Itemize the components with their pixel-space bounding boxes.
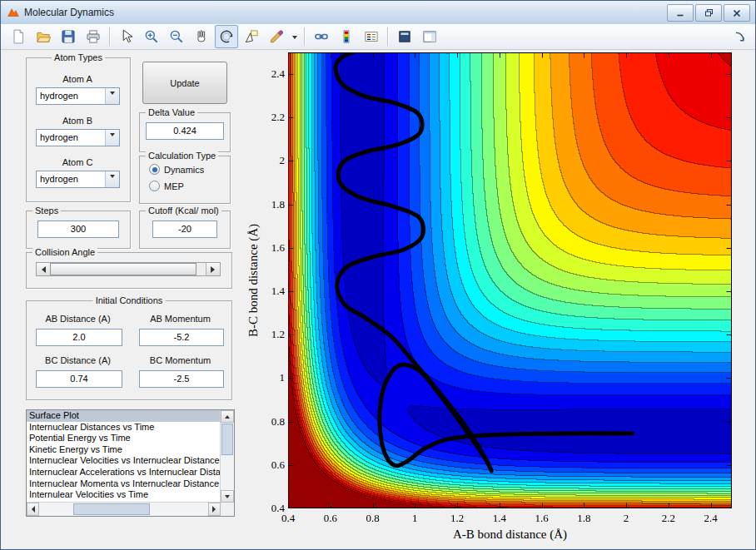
radio-mep-circle[interactable]: [149, 181, 160, 191]
open-file-icon[interactable]: [32, 25, 55, 48]
link-plot-icon[interactable]: [310, 25, 333, 48]
atom-a-label: Atom A: [26, 74, 129, 84]
y-tick-label: 1: [250, 371, 285, 384]
plot-type-listbox[interactable]: Surface PlotInternuclear Distances vs Ti…: [26, 409, 235, 517]
steps-title: Steps: [32, 206, 61, 216]
rotate-3d-icon[interactable]: [215, 25, 238, 48]
potential-energy-surface-plot[interactable]: [288, 52, 732, 508]
x-tick-label: 2.2: [650, 512, 687, 525]
dock-figure-icon[interactable]: [729, 26, 752, 49]
list-item[interactable]: Surface Plot: [27, 410, 221, 422]
list-item[interactable]: Internulear Velocities vs Time: [27, 489, 221, 501]
ab-momentum-input[interactable]: -5.2: [139, 329, 224, 346]
x-tick-label: 0.8: [355, 512, 391, 525]
x-tick-label: 1.8: [565, 512, 602, 525]
atom-types-title: Atom Types: [52, 52, 105, 63]
initial-conditions-title: Initial Conditions: [93, 295, 166, 306]
list-item[interactable]: Internuclear Velocities vs Internuclear …: [27, 455, 221, 467]
atom-b-label: Atom B: [26, 116, 129, 126]
bc-distance-label: BC Distance (A): [26, 355, 130, 365]
atom-c-label: Atom C: [26, 157, 129, 167]
ab-distance-input[interactable]: 2.0: [36, 329, 122, 346]
close-button[interactable]: [724, 4, 750, 22]
ab-momentum-label: AB Momentum: [130, 314, 231, 324]
insert-legend-icon[interactable]: [360, 25, 383, 48]
restore-button[interactable]: [695, 4, 722, 22]
y-tick-label: 1.4: [250, 285, 285, 298]
x-tick-label: 0.6: [312, 512, 349, 525]
brush-data-dropdown-caret[interactable]: [289, 25, 301, 48]
y-tick-label: 0.8: [250, 415, 285, 429]
y-tick-label: 1.8: [250, 198, 285, 211]
minimize-button[interactable]: [667, 4, 694, 22]
vertical-scroll-thumb[interactable]: [221, 424, 233, 455]
y-tick-label: 2.4: [250, 67, 285, 81]
hide-plot-tools-icon[interactable]: [393, 25, 416, 48]
scroll-left-button[interactable]: [27, 503, 39, 516]
x-tick-label: 1.4: [481, 512, 518, 525]
bc-distance-input[interactable]: 0.74: [36, 370, 122, 388]
scroll-up-button[interactable]: [221, 410, 234, 423]
toolbar-separator: [387, 27, 389, 46]
update-button[interactable]: Update: [142, 62, 227, 104]
listbox-vertical-scrollbar[interactable]: [220, 410, 234, 503]
radio-dynamics[interactable]: Dynamics: [149, 164, 204, 175]
atom-c-dropdown-button[interactable]: [105, 171, 119, 187]
delta-value-input[interactable]: 0.424: [146, 122, 224, 140]
list-item[interactable]: Internuclear Accelerations vs Internucle…: [27, 467, 221, 478]
ab-distance-label: AB Distance (A): [26, 314, 130, 324]
list-item[interactable]: Potential Energy vs Time: [27, 433, 221, 444]
calculation-type-panel: Calculation Type: [139, 156, 231, 204]
horizontal-scroll-thumb[interactable]: [73, 503, 150, 515]
figure-toolbar: [1, 24, 755, 50]
cutoff-title: Cutoff (Kcal/ mol): [146, 206, 221, 216]
data-cursor-icon[interactable]: [240, 25, 263, 48]
delta-value-title: Delta Value: [146, 107, 197, 118]
zoom-in-icon[interactable]: [140, 25, 163, 48]
x-tick-label: 1.2: [439, 512, 475, 525]
save-figure-icon[interactable]: [57, 25, 80, 48]
x-tick-label: 2.4: [693, 512, 729, 525]
print-figure-icon[interactable]: [82, 25, 105, 48]
scrollbar-corner: [221, 503, 234, 516]
scroll-down-button[interactable]: [221, 490, 234, 503]
atom-a-dropdown-button[interactable]: [105, 88, 119, 104]
restore-icon: [704, 8, 714, 17]
y-tick-label: 1.6: [250, 241, 285, 255]
atom-b-value: hydrogen: [40, 130, 78, 146]
y-tick-label: 0.4: [250, 502, 285, 515]
list-item[interactable]: Internuclear Momenta vs Internuclear Dis…: [27, 478, 221, 490]
brush-data-icon[interactable]: [265, 25, 288, 48]
y-tick-label: 0.6: [250, 458, 285, 472]
list-item[interactable]: Kinetic Energy vs Time: [27, 444, 221, 456]
collision-angle-slider[interactable]: [36, 262, 221, 276]
atom-b-select[interactable]: hydrogen: [36, 129, 120, 146]
list-item[interactable]: Internuclear Distances vs Time: [27, 422, 221, 434]
show-plot-tools-icon[interactable]: [418, 25, 441, 48]
y-tick-label: 2.2: [250, 111, 285, 124]
radio-mep[interactable]: MEP: [149, 181, 184, 191]
zoom-out-icon[interactable]: [165, 25, 188, 48]
toolbar-separator: [109, 27, 111, 46]
edit-plot-arrow-icon[interactable]: [115, 25, 138, 48]
scroll-right-button[interactable]: [208, 503, 221, 516]
atom-c-select[interactable]: hydrogen: [36, 171, 120, 188]
slider-thumb[interactable]: [50, 263, 196, 275]
collision-angle-title: Collision Angle: [32, 247, 97, 258]
title-bar[interactable]: Molecular Dynamics: [1, 1, 755, 25]
toolbar-separator: [304, 27, 306, 46]
pan-hand-icon[interactable]: [190, 25, 213, 48]
atom-a-select[interactable]: hydrogen: [36, 87, 120, 105]
slider-right-arrow[interactable]: [206, 263, 220, 275]
listbox-horizontal-scrollbar[interactable]: [27, 502, 221, 516]
steps-input[interactable]: 300: [37, 220, 119, 238]
calculation-type-title: Calculation Type: [146, 151, 218, 161]
radio-dynamics-circle[interactable]: [149, 164, 160, 175]
bc-momentum-input[interactable]: -2.5: [139, 370, 224, 388]
new-figure-icon[interactable]: [7, 25, 30, 48]
slider-left-arrow[interactable]: [37, 263, 51, 275]
atom-b-dropdown-button[interactable]: [105, 130, 119, 146]
insert-colorbar-icon[interactable]: [335, 25, 358, 48]
cutoff-input[interactable]: -20: [152, 220, 217, 238]
atom-a-value: hydrogen: [40, 88, 78, 104]
